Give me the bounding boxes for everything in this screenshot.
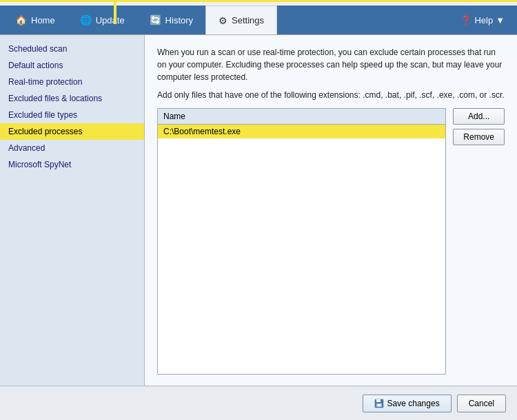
sidebar: Scheduled scan Default actions Real-time…	[0, 35, 145, 386]
home-icon: 🏠	[15, 14, 27, 25]
settings-icon: ⚙	[219, 15, 227, 26]
bottom-bar: Save changes Cancel	[0, 386, 517, 420]
help-button[interactable]: ❓ Help ▼	[451, 6, 514, 34]
sidebar-item-scheduled-scan[interactable]: Scheduled scan	[0, 41, 144, 57]
history-icon: 🔄	[150, 14, 161, 25]
help-chevron-icon: ▼	[496, 15, 505, 25]
table-cell-process: C:\Boot\memtest.exe	[163, 127, 241, 136]
save-changes-button[interactable]: Save changes	[363, 395, 452, 412]
add-button[interactable]: Add...	[453, 108, 505, 125]
help-icon: ❓	[460, 15, 472, 25]
sidebar-item-microsoft-spynet[interactable]: Microsoft SpyNet	[0, 156, 144, 173]
settings-panel: When you run a scan or use real-time pro…	[145, 35, 517, 386]
panel-note: Add only files that have one of the foll…	[157, 90, 505, 100]
navbar: 🏠 Home 🌐 Update 🔄 History ⚙ Settings ❓ H…	[0, 6, 517, 34]
navbar-spacer	[277, 6, 451, 34]
svg-rect-3	[378, 404, 381, 406]
tab-update[interactable]: 🌐 Update	[68, 6, 137, 34]
processes-table: Name C:\Boot\memtest.exe	[157, 108, 446, 375]
save-icon	[374, 399, 384, 408]
sidebar-item-excluded-processes[interactable]: Excluded processes	[0, 123, 144, 140]
svg-rect-1	[376, 399, 381, 402]
cancel-button[interactable]: Cancel	[457, 395, 506, 412]
top-accent-bar	[0, 0, 517, 6]
sidebar-item-excluded-files-locations[interactable]: Excluded files & locations	[0, 90, 144, 107]
sidebar-item-advanced[interactable]: Advanced	[0, 140, 144, 156]
tab-home[interactable]: 🏠 Home	[3, 6, 68, 34]
panel-description: When you run a scan or use real-time pro…	[157, 46, 505, 83]
table-row[interactable]: C:\Boot\memtest.exe	[158, 125, 445, 138]
table-area: Name C:\Boot\memtest.exe Add... Remove	[157, 108, 505, 375]
main-content: Scheduled scan Default actions Real-time…	[0, 34, 517, 386]
table-column-header: Name	[158, 109, 445, 125]
sidebar-item-default-actions[interactable]: Default actions	[0, 57, 144, 74]
sidebar-item-realtime-protection[interactable]: Real-time protection	[0, 74, 144, 90]
table-action-buttons: Add... Remove	[453, 108, 505, 375]
update-icon: 🌐	[80, 14, 92, 25]
tab-settings[interactable]: ⚙ Settings	[205, 6, 277, 34]
sidebar-item-excluded-file-types[interactable]: Excluded file types	[0, 107, 144, 123]
remove-button[interactable]: Remove	[453, 129, 505, 145]
tab-history[interactable]: 🔄 History	[137, 6, 205, 34]
table-body: C:\Boot\memtest.exe	[158, 125, 445, 374]
